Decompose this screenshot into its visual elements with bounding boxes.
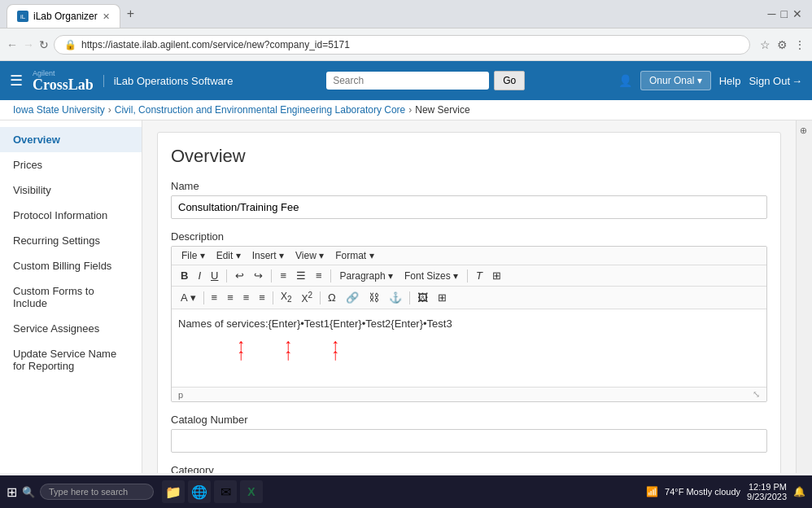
menu-view[interactable]: View ▾	[290, 248, 329, 263]
sidebar-item-billing[interactable]: Custom Billing Fields	[0, 253, 142, 278]
sidebar-item-overview[interactable]: Overview	[0, 127, 142, 152]
sidebar-item-recurring[interactable]: Recurring Settings	[0, 228, 142, 253]
toolbar-sep-1	[226, 269, 227, 282]
right-icon-1[interactable]: ⊕	[799, 127, 810, 134]
arrow-1: ↑ ↑	[237, 336, 245, 362]
lock-icon: 🔒	[64, 39, 76, 50]
breadcrumb-iowa[interactable]: Iowa State University	[13, 104, 105, 116]
app-title: iLab Operations Software	[103, 75, 234, 87]
editor-menubar: File ▾ Edit ▾ Insert ▾ View ▾ Format ▾	[172, 247, 766, 265]
decrease-indent-button[interactable]: ≡	[239, 290, 254, 305]
category-group: Category Please select category ▼	[171, 464, 767, 473]
sidebar-item-forms[interactable]: Custom Forms to Include	[0, 278, 142, 316]
link-button[interactable]: 🔗	[342, 290, 363, 305]
tab-close-icon[interactable]: ✕	[103, 11, 110, 22]
menu-edit[interactable]: Edit ▾	[212, 248, 246, 263]
hamburger-menu[interactable]: ☰	[10, 72, 23, 90]
catalog-group: Catalog Number	[171, 414, 767, 453]
logo: Agilent CrossLab	[33, 70, 94, 92]
name-input[interactable]	[171, 195, 767, 219]
taskbar-search[interactable]: Type here to search	[40, 484, 154, 500]
editor-content-text: Names of services:{Enter}•Test1{Enter}•T…	[178, 316, 760, 333]
browser-tab[interactable]: iL iLab Organizer ✕	[7, 4, 120, 28]
back-button[interactable]: ←	[7, 38, 18, 51]
address-bar[interactable]: 🔒 https://iastate.ilab.agilent.com/servi…	[54, 35, 750, 55]
numbered-list-button[interactable]: ≡	[223, 290, 238, 305]
menu-icon[interactable]: ⋮	[794, 38, 805, 51]
notification-icon[interactable]: 🔔	[793, 486, 805, 497]
fontsize-select[interactable]: Font Sizes ▾	[399, 269, 463, 283]
taskbar-icon-explorer[interactable]: 📁	[162, 480, 185, 503]
resize-handle[interactable]: ⤡	[753, 389, 760, 400]
undo-button[interactable]: ↩	[231, 268, 248, 283]
align-left-button[interactable]: ≡	[276, 268, 290, 283]
anchor-button[interactable]: ⚓	[385, 290, 406, 305]
toolbar-sep-3	[330, 269, 331, 282]
breadcrumb-current: New Service	[415, 104, 469, 116]
star-icon[interactable]: ☆	[760, 38, 771, 51]
breadcrumb-civil[interactable]: Civil, Construction and Environmental En…	[115, 104, 406, 116]
restore-button[interactable]: □	[781, 7, 788, 20]
table-button[interactable]: ⊞	[434, 290, 451, 305]
taskbar-search-text: Type here to search	[49, 487, 128, 497]
system-tray: 📶 74°F Mostly cloudy 12:19 PM 9/23/2023 …	[646, 482, 805, 501]
reload-button[interactable]: ↻	[39, 38, 49, 51]
sidebar: Overview Prices Visibility Protocol Info…	[0, 120, 142, 473]
sidebar-item-assignees[interactable]: Service Assignees	[0, 316, 142, 341]
superscript-button[interactable]: X2	[298, 289, 317, 306]
search-button[interactable]: 🔍	[22, 486, 35, 498]
user-menu-button[interactable]: Onur Onal ▾	[640, 71, 711, 90]
taskbar-icon-edge[interactable]: 🌐	[188, 480, 211, 503]
new-tab-button[interactable]: +	[120, 7, 141, 21]
source-button[interactable]: ⊞	[488, 268, 505, 283]
clear-format-button[interactable]: T	[472, 268, 487, 283]
special-char-button[interactable]: Ω	[324, 290, 340, 305]
signout-button[interactable]: Sign Out →	[749, 75, 802, 87]
tab-favicon: iL	[17, 11, 28, 22]
arrows-container: ↑ ↑ ↑ ↑ ↑ ↑	[178, 336, 760, 362]
subscript-button[interactable]: X2	[277, 289, 296, 305]
sidebar-item-visibility[interactable]: Visibility	[0, 177, 142, 203]
editor-tag: p	[178, 390, 183, 400]
taskbar-icons: 📁 🌐 ✉ X	[162, 480, 263, 503]
menu-format[interactable]: Format ▾	[330, 248, 378, 263]
close-button[interactable]: ✕	[792, 7, 802, 20]
font-color-button[interactable]: A ▾	[177, 290, 200, 305]
breadcrumb-sep-1: ›	[108, 104, 111, 116]
editor-body[interactable]: Names of services:{Enter}•Test1{Enter}•T…	[172, 309, 766, 387]
taskbar-icon-excel[interactable]: X	[240, 480, 263, 503]
align-right-button[interactable]: ≡	[312, 268, 326, 283]
forward-button[interactable]: →	[23, 38, 34, 51]
go-button[interactable]: Go	[494, 71, 525, 90]
content-area: Overview Name Description File ▾ Edit ▾ …	[142, 120, 796, 473]
extension-icon[interactable]: ⚙	[777, 38, 788, 51]
bold-button[interactable]: B	[177, 268, 192, 283]
menu-insert[interactable]: Insert ▾	[247, 248, 289, 263]
taskbar-icon-mail[interactable]: ✉	[214, 480, 237, 503]
bullet-list-button[interactable]: ≡	[207, 290, 222, 305]
network-icon: 📶	[646, 486, 658, 497]
catalog-input[interactable]	[171, 429, 767, 453]
align-center-button[interactable]: ☰	[292, 268, 310, 283]
menu-file[interactable]: File ▾	[177, 248, 210, 263]
minimize-button[interactable]: ─	[768, 7, 776, 20]
taskbar: ⊞ 🔍 Type here to search 📁 🌐 ✉ X 📶 74°F M…	[0, 475, 812, 508]
paragraph-select[interactable]: Paragraph ▾	[335, 269, 398, 283]
header-search-area: Go	[242, 71, 609, 90]
start-button[interactable]: ⊞	[7, 484, 17, 500]
description-group: Description File ▾ Edit ▾ Insert ▾ View …	[171, 230, 767, 402]
sidebar-item-update[interactable]: Update Service Name for Reporting	[0, 341, 142, 379]
content-panel: Overview Name Description File ▾ Edit ▾ …	[157, 132, 781, 473]
underline-button[interactable]: U	[207, 268, 222, 283]
header-search-input[interactable]	[326, 72, 489, 90]
redo-button[interactable]: ↪	[250, 268, 267, 283]
unlink-button[interactable]: ⛓	[365, 290, 383, 305]
editor-toolbar-row1: B I U ↩ ↪ ≡ ☰ ≡ Paragraph ▾ Font Sizes ▾	[172, 265, 766, 287]
italic-button[interactable]: I	[194, 268, 205, 283]
sidebar-item-prices[interactable]: Prices	[0, 152, 142, 177]
increase-indent-button[interactable]: ≡	[255, 290, 269, 305]
help-link[interactable]: Help	[719, 75, 741, 87]
editor-toolbar-row2: A ▾ ≡ ≡ ≡ ≡ X2 X2 Ω 🔗 ⛓ ⚓	[172, 287, 766, 309]
image-button[interactable]: 🖼	[413, 290, 432, 305]
sidebar-item-protocol[interactable]: Protocol Information	[0, 203, 142, 228]
